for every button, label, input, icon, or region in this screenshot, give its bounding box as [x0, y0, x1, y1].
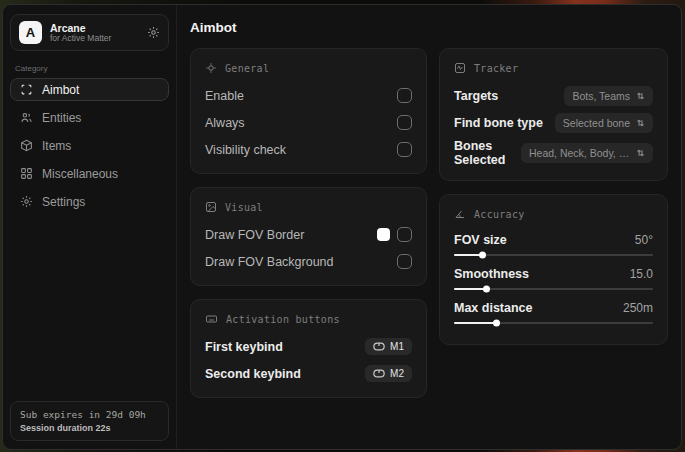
setting-row-fov-border: Draw FOV Border	[205, 224, 412, 245]
cheat-menu-window: A Arcane for Active Matter Category	[2, 4, 682, 450]
setting-label: Smoothness	[454, 267, 529, 281]
brand-logo: A	[19, 21, 42, 44]
setting-label: Max distance	[454, 301, 533, 315]
setting-row-fov-size: FOV size 50°	[454, 231, 653, 256]
fov-border-color-swatch[interactable]	[377, 228, 390, 241]
setting-row-first-keybind: First keybind M1	[205, 336, 412, 357]
gear-icon[interactable]	[147, 26, 160, 39]
setting-label: Visibility check	[205, 143, 286, 157]
enable-checkbox[interactable]	[397, 88, 412, 103]
cube-icon	[20, 139, 33, 152]
setting-row-fov-background: Draw FOV Background	[205, 251, 412, 272]
setting-row-always: Always	[205, 112, 412, 133]
fov-size-slider[interactable]	[454, 254, 653, 256]
dropdown-value: Selected bone	[563, 117, 630, 129]
right-column: Tracker Targets Bots, Teams	[439, 48, 668, 358]
keyboard-icon	[205, 313, 218, 325]
misc-icon	[20, 167, 33, 180]
sidebar-item-settings[interactable]: Settings	[10, 190, 169, 213]
entities-icon	[20, 111, 33, 124]
expand-icon	[636, 118, 645, 128]
section-title: Tracker	[474, 63, 518, 74]
visibility-check-checkbox[interactable]	[397, 142, 412, 157]
brand-name: Arcane	[50, 22, 111, 34]
brand-card: A Arcane for Active Matter	[10, 14, 169, 51]
smoothness-slider[interactable]	[454, 288, 653, 290]
mouse-icon	[373, 369, 385, 378]
general-card: General Enable Always Visibility check	[190, 48, 427, 174]
setting-label: Second keybind	[205, 367, 301, 381]
first-keybind-button[interactable]: M1	[365, 338, 412, 355]
section-title: Activation buttons	[226, 314, 340, 325]
category-label: Category	[15, 64, 164, 73]
brand-subtitle: for Active Matter	[50, 34, 111, 44]
setting-value: 50°	[635, 233, 653, 247]
general-card-header: General	[205, 62, 412, 74]
find-bone-type-dropdown[interactable]: Selected bone	[555, 113, 653, 133]
fov-border-checkbox[interactable]	[397, 227, 412, 242]
slider-thumb[interactable]	[479, 252, 486, 259]
always-checkbox[interactable]	[397, 115, 412, 130]
keybind-value: M1	[390, 341, 404, 352]
gear-icon	[20, 195, 33, 208]
brand-text: Arcane for Active Matter	[50, 22, 111, 44]
activation-card-header: Activation buttons	[205, 313, 412, 325]
setting-label: Enable	[205, 89, 244, 103]
setting-value: 250m	[623, 301, 653, 315]
accuracy-card-header: Accuracy	[454, 208, 653, 220]
session-duration-text: Session duration 22s	[20, 423, 159, 433]
targets-dropdown[interactable]: Bots, Teams	[564, 86, 653, 106]
setting-label: First keybind	[205, 340, 283, 354]
visual-card: Visual Draw FOV Border Draw FOV Backgrou…	[190, 187, 427, 286]
sidebar-item-items[interactable]: Items	[10, 134, 169, 157]
page-title: Aimbot	[190, 20, 668, 35]
accuracy-card: Accuracy FOV size 50°	[439, 194, 668, 345]
setting-row-targets: Targets Bots, Teams	[454, 85, 653, 106]
sidebar-item-label: Items	[42, 139, 71, 153]
expand-icon	[636, 91, 645, 101]
scan-icon	[20, 83, 33, 96]
expand-icon	[636, 148, 645, 158]
setting-row-bones-selected: Bones Selected Head, Neck, Body, Pe...	[454, 139, 653, 167]
slider-thumb[interactable]	[483, 286, 490, 293]
setting-row-second-keybind: Second keybind M2	[205, 363, 412, 384]
crosshair-icon	[205, 62, 217, 74]
sidebar-item-label: Miscellaneous	[42, 167, 118, 181]
setting-label: FOV size	[454, 233, 507, 247]
main-panel: Aimbot General Enable	[177, 5, 681, 449]
setting-value: 15.0	[630, 267, 653, 281]
second-keybind-button[interactable]: M2	[365, 365, 412, 382]
setting-row-smoothness: Smoothness 15.0	[454, 265, 653, 290]
sidebar-item-miscellaneous[interactable]: Miscellaneous	[10, 162, 169, 185]
setting-label: Draw FOV Background	[205, 255, 334, 269]
sidebar-item-entities[interactable]: Entities	[10, 106, 169, 129]
visual-card-header: Visual	[205, 201, 412, 213]
section-title: Accuracy	[474, 209, 525, 220]
mouse-icon	[373, 342, 385, 351]
subscription-card: Sub expires in 29d 09h Session duration …	[10, 401, 169, 441]
setting-label: Bones Selected	[454, 139, 521, 167]
setting-label: Always	[205, 116, 245, 130]
max-distance-slider[interactable]	[454, 322, 653, 324]
dropdown-value: Head, Neck, Body, Pe...	[529, 147, 630, 159]
dropdown-value: Bots, Teams	[572, 90, 630, 102]
tracker-card-header: Tracker	[454, 62, 653, 74]
setting-row-find-bone-type: Find bone type Selected bone	[454, 112, 653, 133]
section-title: General	[225, 63, 269, 74]
sidebar: A Arcane for Active Matter Category	[3, 5, 177, 449]
image-icon	[205, 201, 217, 213]
sub-expires-text: Sub expires in 29d 09h	[20, 409, 159, 420]
section-title: Visual	[225, 202, 263, 213]
setting-row-visibility-check: Visibility check	[205, 139, 412, 160]
setting-label: Draw FOV Border	[205, 228, 304, 242]
fov-background-checkbox[interactable]	[397, 254, 412, 269]
setting-row-enable: Enable	[205, 85, 412, 106]
sidebar-item-label: Settings	[42, 195, 85, 209]
sidebar-item-aimbot[interactable]: Aimbot	[10, 78, 169, 101]
sidebar-item-label: Aimbot	[42, 83, 79, 97]
bones-selected-dropdown[interactable]: Head, Neck, Body, Pe...	[521, 143, 653, 163]
sidebar-item-label: Entities	[42, 111, 81, 125]
activation-card: Activation buttons First keybind M1	[190, 299, 427, 398]
slider-thumb[interactable]	[493, 320, 500, 327]
sidebar-nav: Aimbot Entities Items	[10, 78, 169, 218]
